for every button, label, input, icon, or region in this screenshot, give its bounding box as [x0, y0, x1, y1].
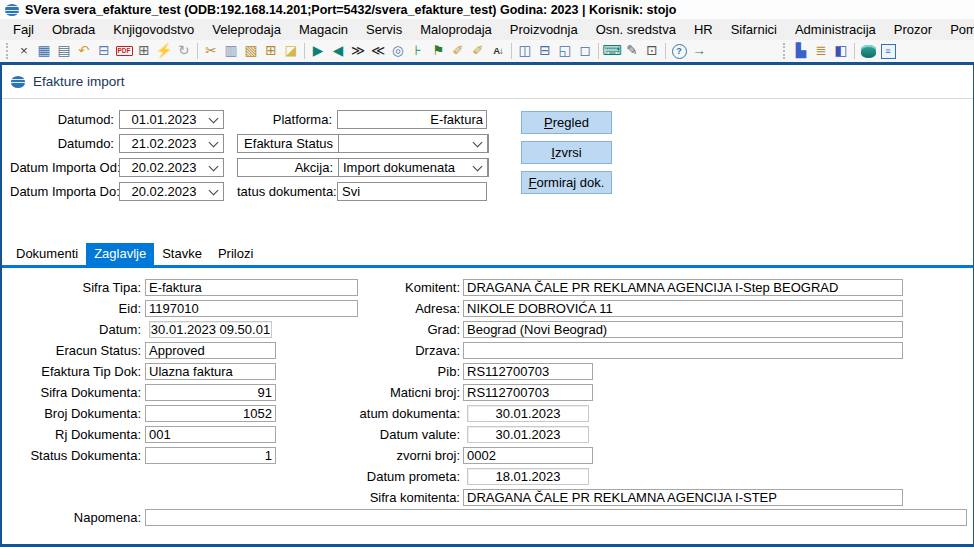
copy-icon[interactable]: ▥	[221, 41, 241, 61]
menu-item[interactable]: Pomoć	[941, 20, 974, 39]
izvorni-broj-input[interactable]: 0002	[463, 447, 593, 464]
datum-importa-do-combo[interactable]: 20.02.2023	[119, 182, 224, 201]
export-pdf-icon[interactable]: PDF	[114, 41, 134, 61]
menu-item[interactable]: Sifarnici	[722, 20, 786, 39]
separator	[304, 43, 305, 59]
close-icon[interactable]: ×	[14, 41, 34, 61]
menu-item[interactable]: Obrada	[43, 20, 104, 39]
print-icon[interactable]: ⊟	[94, 41, 114, 61]
menu-item[interactable]: HR	[685, 20, 722, 39]
skip-back-icon[interactable]: ◀	[328, 41, 348, 61]
field-label: Datum Importa Do:	[10, 184, 114, 199]
new-window-icon[interactable]: ◻	[575, 41, 595, 61]
database-icon[interactable]	[858, 41, 878, 61]
detail-left-column: Sifra Tipa: E-faktura Eid: 1197010 Datum…	[10, 279, 358, 464]
pregled-button[interactable]: Pregled	[521, 111, 612, 134]
print-direct-icon[interactable]: ⊞	[134, 41, 154, 61]
print-preview-icon[interactable]: ▤	[54, 41, 74, 61]
tab-zaglavlje[interactable]: Zaglavlje	[86, 243, 154, 265]
field-label: Maticni broj:	[338, 385, 460, 400]
maticni-broj-input[interactable]: RS112700703	[463, 384, 593, 401]
eraser-icon[interactable]: ◪	[281, 41, 301, 61]
cut-icon[interactable]: ✂	[201, 41, 221, 61]
filter-row: Efaktura Status	[237, 134, 489, 153]
datum-valute-input[interactable]: 30.01.2023	[467, 426, 589, 443]
broj-dokumenta-input[interactable]: 1052	[145, 405, 276, 422]
komitent-input[interactable]: DRAGANA ČALE PR REKLAMNA AGENCIJA I-Step…	[463, 279, 903, 296]
pib-input[interactable]: RS112700703	[463, 363, 593, 380]
window-title: SVera svera_efakture_test (ODB:192.168.1…	[25, 3, 676, 17]
less-than-icon[interactable]: ≪	[368, 41, 388, 61]
save-icon[interactable]: ▦	[34, 41, 54, 61]
find-document-icon[interactable]: ◎	[388, 41, 408, 61]
datum-do-combo[interactable]: 21.02.2023	[119, 134, 224, 153]
sort-az-icon[interactable]: A↓	[488, 41, 508, 61]
field-label: Platforma:	[237, 112, 332, 127]
napomena-input[interactable]	[145, 509, 967, 526]
tab-dokumenti[interactable]: Dokumenti	[8, 243, 86, 265]
datum-prometa-input[interactable]: 18.01.2023	[467, 468, 589, 485]
keyboard-icon[interactable]: ⌨	[602, 41, 622, 61]
book-export-icon[interactable]: ◧	[831, 41, 851, 61]
document-text-icon[interactable]: ≡	[878, 41, 898, 61]
split-horizontal-icon[interactable]: ⊟	[535, 41, 555, 61]
izvrsi-button[interactable]: Izvrsi	[521, 141, 612, 164]
status-dokumenta-input[interactable]: 1	[145, 447, 276, 464]
napomena-row: Napomena:	[10, 509, 967, 526]
formiraj-dok-button[interactable]: Formiraj dok.	[521, 171, 612, 194]
edit-notes-icon[interactable]: ✎	[622, 41, 642, 61]
menu-item[interactable]: Prozor	[885, 20, 941, 39]
menu-item[interactable]: Magacin	[290, 20, 357, 39]
tab-stavke[interactable]: Stavke	[154, 243, 210, 265]
datum-dokumenta-input[interactable]: 30.01.2023	[467, 405, 589, 422]
exit-icon[interactable]: →	[689, 41, 709, 61]
toolbar: × ▦ ▤ ↶ ⊟ PDF ⊞ ⚡ ↻	[0, 40, 974, 62]
menu-item[interactable]: Servis	[357, 20, 411, 39]
platforma-input[interactable]: E-faktura	[337, 110, 487, 129]
eracun-status-input[interactable]: Approved	[145, 342, 276, 359]
help-icon[interactable]: ?	[669, 41, 689, 61]
separator	[665, 43, 666, 59]
status-dokumenta-input[interactable]: Svi	[337, 182, 487, 201]
window-list-icon[interactable]: ▙	[791, 41, 811, 61]
menu-item[interactable]: Maloprodaja	[411, 20, 501, 39]
search-again-icon[interactable]: ✐	[468, 41, 488, 61]
efaktura-tip-dok-input[interactable]: Ulazna faktura	[145, 363, 276, 380]
datum-od-combo[interactable]: 01.01.2023	[119, 110, 224, 129]
akcija-combo[interactable]: Import dokumenata	[338, 158, 488, 177]
datum-input[interactable]: 30.01.2023 09.50.01	[149, 321, 272, 338]
skip-forward-icon[interactable]: ▶	[308, 41, 328, 61]
paste-icon[interactable]: ▧	[241, 41, 261, 61]
cascade-windows-icon[interactable]: ◱	[555, 41, 575, 61]
efaktura-status-combo[interactable]	[338, 134, 488, 153]
lightning-icon[interactable]: ⚡	[154, 41, 174, 61]
greater-than-icon[interactable]: ≫	[348, 41, 368, 61]
sifra-tipa-input[interactable]: E-faktura	[145, 279, 358, 296]
flag-icon[interactable]: ⚑	[428, 41, 448, 61]
menu-item[interactable]: Fajl	[4, 20, 43, 39]
datum-importa-od-combo[interactable]: 20.02.2023	[119, 158, 224, 177]
id-card-icon[interactable]: ⊡	[642, 41, 662, 61]
eid-input[interactable]: 1197010	[145, 300, 358, 317]
scroll-log-icon[interactable]: ≣	[811, 41, 831, 61]
menu-item[interactable]: Veleprodaja	[203, 20, 290, 39]
split-vertical-icon[interactable]: ◫	[515, 41, 535, 61]
rj-dokumenta-input[interactable]: 001	[145, 426, 276, 443]
refresh-icon[interactable]: ↻	[174, 41, 194, 61]
menu-item[interactable]: Proizvodnja	[501, 20, 587, 39]
drzava-input[interactable]	[463, 342, 903, 359]
menu-item[interactable]: Administracija	[786, 20, 885, 39]
field-label: Drzava:	[338, 343, 460, 358]
grad-input[interactable]: Beograd (Novi Beograd)	[463, 321, 903, 338]
tab-prilozi[interactable]: Prilozi	[210, 243, 261, 265]
menu-item[interactable]: Knjigovodstvo	[104, 20, 203, 39]
tree-view-icon[interactable]: ⊦	[408, 41, 428, 61]
menu-item[interactable]: Osn. sredstva	[587, 20, 685, 39]
sifra-dokumenta-input[interactable]: 91	[145, 384, 276, 401]
tab-strip: Dokumenti Zaglavlje Stavke Prilozi	[8, 244, 261, 265]
adresa-input[interactable]: NIKOLE DOBROVIĆA 11	[463, 300, 903, 317]
sifra-komitenta-input[interactable]: DRAGANA ČALE PR REKLAMNA AGENCIJA I-STEP	[463, 489, 903, 506]
undo-icon[interactable]: ↶	[74, 41, 94, 61]
table-icon[interactable]: ⊞	[261, 41, 281, 61]
search-icon[interactable]: ✐	[448, 41, 468, 61]
